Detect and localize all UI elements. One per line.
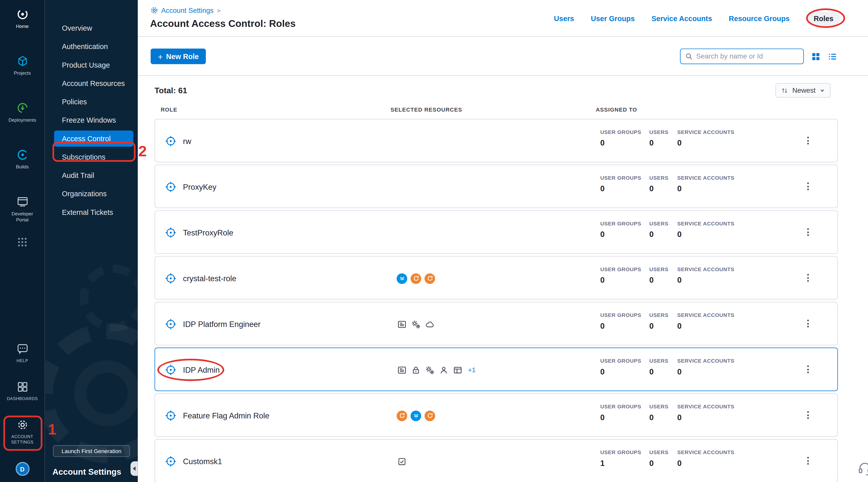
selected-resources — [397, 273, 435, 284]
role-name[interactable]: crystal-test-role — [183, 274, 237, 283]
selected-resources — [397, 456, 407, 467]
row-options-button[interactable] — [804, 133, 812, 148]
sidebar-item-access-control[interactable]: Access Control — [54, 130, 133, 147]
row-options-button[interactable] — [804, 408, 812, 422]
sidebar-item-freeze-windows[interactable]: Freeze Windows — [54, 112, 133, 128]
role-row-idp-platform-engineer[interactable]: IDP Platform Engineer USER GROUPS 0 USER… — [154, 302, 838, 345]
role-row-proxykey[interactable]: ProxyKey USER GROUPS 0 USERS 0 SERVICE A… — [154, 164, 838, 208]
module-browser-button[interactable] — [17, 237, 28, 247]
stat-user-groups: USER GROUPS 1 — [600, 449, 641, 468]
users-label: USERS — [649, 220, 668, 227]
sidebar-item-label: Freeze Windows — [62, 116, 116, 124]
stat-service-accounts: SERVICE ACCOUNTS 0 — [677, 312, 734, 330]
sidebar-item-account-resources[interactable]: Account Resources — [54, 76, 133, 91]
role-row-rw[interactable]: rw USER GROUPS 0 USERS 0 SERVICE ACCOUNT… — [154, 119, 838, 162]
rail-item-builds[interactable]: Builds — [0, 143, 45, 189]
role-row-feature-flag-admin-role[interactable]: Feature Flag Admin Role USER GROUPS 0 US… — [154, 393, 838, 437]
users-value: 0 — [649, 459, 668, 468]
row-options-button[interactable] — [804, 454, 812, 468]
user-groups-label: USER GROUPS — [600, 175, 641, 181]
sidebar-item-subscriptions[interactable]: Subscriptions — [54, 149, 133, 165]
sort-dropdown[interactable]: Newest — [776, 83, 831, 98]
role-target-icon — [164, 272, 177, 285]
users-label: USERS — [649, 449, 668, 455]
list-view-button[interactable] — [828, 52, 837, 61]
tab-service-accounts[interactable]: Service Accounts — [651, 14, 712, 23]
sidebar-item-product-usage[interactable]: Product Usage — [54, 57, 133, 73]
role-name[interactable]: IDP Platform Engineer — [183, 320, 261, 329]
module-rail: Home Projects Deployments Builds Develop… — [0, 0, 45, 482]
role-name[interactable]: Feature Flag Admin Role — [183, 411, 270, 420]
role-row-crystal-test-role[interactable]: crystal-test-role USER GROUPS 0 USERS 0 … — [154, 256, 838, 300]
service-accounts-value: 0 — [677, 367, 734, 376]
role-name[interactable]: ProxyKey — [183, 182, 217, 191]
rail-item-developer-portal[interactable]: Developer Portal — [0, 190, 45, 237]
tab-label: Resource Groups — [729, 14, 789, 23]
users-label: USERS — [649, 312, 668, 318]
user-groups-label: USER GROUPS — [600, 358, 641, 364]
sidebar-item-label: Overview — [62, 24, 92, 32]
role-target-icon — [164, 363, 177, 376]
user-groups-value: 0 — [600, 276, 641, 285]
sidebar-item-policies[interactable]: Policies — [54, 94, 133, 110]
rail-item-home[interactable]: Home — [0, 2, 45, 49]
users-value: 0 — [649, 367, 668, 376]
sidebar-item-external-tickets[interactable]: External Tickets — [54, 204, 133, 220]
stat-service-accounts: SERVICE ACCOUNTS 0 — [677, 266, 734, 284]
rail-item-projects[interactable]: Projects — [0, 49, 45, 96]
role-name[interactable]: rw — [183, 137, 191, 146]
user-avatar[interactable]: D — [15, 462, 29, 476]
sidebar-item-label: Subscriptions — [62, 153, 105, 161]
stat-service-accounts: SERVICE ACCOUNTS 0 — [677, 129, 734, 147]
toolbar-right — [680, 49, 837, 64]
stat-users: USERS 0 — [649, 129, 668, 147]
list-top: Total: 61 Newest — [154, 83, 838, 98]
breadcrumb-account-settings-link[interactable]: Account Settings — [161, 6, 214, 14]
support-headset-icon[interactable] — [858, 461, 868, 476]
service-accounts-value: 0 — [677, 139, 734, 148]
template-icon — [397, 365, 407, 375]
sidebar-item-overview[interactable]: Overview — [54, 20, 133, 36]
role-name[interactable]: IDP Admin — [183, 365, 220, 374]
service-accounts-value: 0 — [677, 184, 734, 193]
selected-resources: +1 — [397, 364, 476, 375]
sidebar-item-authentication[interactable]: Authentication — [54, 38, 133, 55]
rail-top: Home Projects Deployments Builds Develop… — [0, 0, 45, 237]
row-options-button[interactable] — [804, 225, 812, 240]
new-role-button[interactable]: + New Role — [151, 49, 206, 64]
plus-icon: + — [158, 52, 163, 61]
sidebar-item-audit-trail[interactable]: Audit Trail — [54, 168, 133, 183]
user-icon — [438, 365, 449, 375]
roles-list: rw USER GROUPS 0 USERS 0 SERVICE ACCOUNT… — [154, 119, 838, 482]
stat-service-accounts: SERVICE ACCOUNTS 0 — [677, 220, 734, 239]
users-value: 0 — [649, 276, 668, 285]
grid-view-button[interactable] — [811, 52, 820, 61]
role-row-testproxyrole[interactable]: TestProxyRole USER GROUPS 0 USERS 0 SERV… — [154, 210, 838, 254]
main-content: Account Settings > Account Access Contro… — [138, 0, 868, 482]
role-row-customsk1[interactable]: Customsk1 USER GROUPS 1 USERS 0 SERVICE … — [154, 439, 838, 482]
service-accounts-value: 0 — [677, 413, 734, 422]
rail-item-help[interactable]: HELP — [5, 338, 40, 376]
role-name[interactable]: Customsk1 — [183, 457, 222, 466]
role-name[interactable]: TestProxyRole — [183, 228, 233, 237]
user-groups-value: 0 — [600, 322, 641, 330]
tab-users[interactable]: Users — [554, 14, 574, 23]
row-options-button[interactable] — [804, 362, 812, 377]
tab-roles[interactable]: Roles — [806, 12, 841, 26]
search-input[interactable] — [696, 53, 799, 60]
rail-item-dashboards[interactable]: DASHBOARDS — [5, 376, 40, 414]
tab-user-groups[interactable]: User Groups — [591, 14, 635, 23]
role-row-idp-admin[interactable]: IDP Admin +1 USER GROUPS 0 USERS 0 SERVI… — [154, 348, 838, 391]
service-accounts-label: SERVICE ACCOUNTS — [677, 220, 734, 227]
row-options-button[interactable] — [804, 317, 812, 331]
rail-item-account-settings[interactable]: ACCOUNT SETTINGS — [5, 414, 40, 457]
launch-first-generation-button[interactable]: Launch First Generation — [53, 445, 130, 457]
sidebar-item-organizations[interactable]: Organizations — [54, 186, 133, 202]
row-options-button[interactable] — [804, 271, 812, 285]
row-options-button[interactable] — [804, 179, 812, 194]
tab-resource-groups[interactable]: Resource Groups — [729, 14, 789, 23]
sidebar-collapse-button[interactable] — [131, 461, 138, 476]
user-groups-label: USER GROUPS — [600, 312, 641, 318]
rail-item-deployments[interactable]: Deployments — [0, 96, 45, 143]
selected-resources — [397, 319, 435, 330]
